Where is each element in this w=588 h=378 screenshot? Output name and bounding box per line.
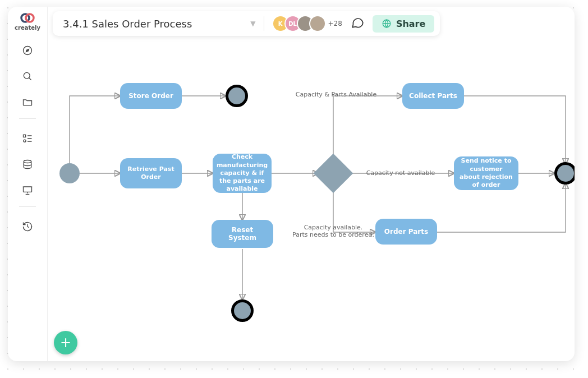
brand-label: creately [15,25,40,31]
left-toolbar: creately [8,7,48,361]
separator [264,16,264,31]
svg-line-5 [29,78,31,80]
history-icon[interactable] [17,216,38,237]
chat-icon[interactable] [350,15,365,32]
collaborator-avatars[interactable]: K DL +28 [272,15,342,32]
end-event[interactable] [231,299,254,322]
plus-icon: + [60,335,71,351]
task-retrieve-past-order[interactable]: Retrieve Past Order [120,158,182,188]
document-title[interactable]: 3.4.1 Sales Order Process [63,18,242,30]
search-icon[interactable] [17,66,38,87]
task-reset-system[interactable]: Reset System [212,220,273,248]
end-event[interactable] [554,162,575,185]
start-event[interactable] [59,163,80,183]
task-send-notice[interactable]: Send notice to customer about rejection … [454,156,518,190]
svg-rect-12 [24,187,32,192]
rail-separator [19,206,36,207]
end-event[interactable] [226,85,248,107]
task-collect-parts[interactable]: Collect Parts [402,83,464,109]
svg-marker-3 [26,49,29,52]
present-icon[interactable] [17,179,38,201]
top-bar: 3.4.1 Sales Order Process ▼ K DL +28 Sha… [53,11,440,36]
svg-rect-6 [24,135,26,137]
brand-logo[interactable]: creately [15,12,40,31]
svg-point-11 [24,160,31,163]
task-store-order[interactable]: Store Order [120,83,182,109]
folder-icon[interactable] [17,91,38,113]
decision-gateway[interactable] [314,154,353,193]
diagram-canvas[interactable]: Store Order Retrieve Past Order Check ma… [47,42,575,361]
task-check-capacity[interactable]: Check manufacturing capacity & if the pa… [213,154,272,193]
add-fab-button[interactable]: + [54,331,77,354]
app-window: creately [8,7,575,361]
shapes-icon[interactable] [17,128,38,149]
edge-label: Capacity not available [364,169,437,177]
share-label: Share [396,19,425,29]
svg-point-7 [24,140,26,142]
compass-icon[interactable] [17,40,38,61]
edge-label: Capacity available. Parts needs to be or… [286,224,381,238]
title-dropdown-icon[interactable]: ▼ [250,20,255,27]
avatar[interactable] [309,15,326,32]
rail-separator [19,118,36,119]
edge-label: Capacity & Parts Available [288,91,384,98]
database-icon[interactable] [17,154,38,175]
task-order-parts[interactable]: Order Parts [375,219,437,245]
share-button[interactable]: Share [373,15,434,33]
avatar-overflow[interactable]: +28 [328,20,342,27]
